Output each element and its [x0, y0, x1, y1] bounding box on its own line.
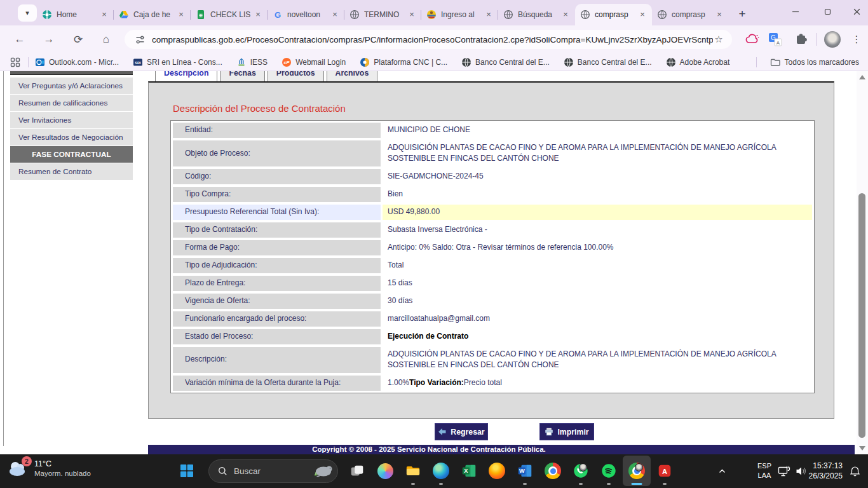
bookmark-label: Banco Central del E... [578, 58, 652, 67]
browser-toolbar: ← → ⟳ ⌂ compraspublicas.gob.ec/ProcesoCo… [0, 25, 868, 53]
process-tab[interactable]: Archivos [327, 71, 378, 82]
bookmark-item[interactable]: Banco Central del E... [564, 57, 652, 67]
table-row: Plazo de Entrega:15 dias [173, 276, 812, 291]
browser-tab[interactable]: comprasp× [575, 4, 652, 25]
file-explorer-taskbar-button[interactable] [399, 456, 427, 486]
bookmark-star-icon[interactable]: ☆ [713, 34, 724, 45]
word-taskbar-button[interactable]: W [511, 456, 539, 486]
taskbar-search[interactable]: Buscar [208, 459, 338, 483]
scroll-up-arrow-icon[interactable] [859, 75, 865, 79]
scroll-down-arrow-icon[interactable] [859, 446, 865, 451]
back-button[interactable]: ← [10, 30, 29, 49]
row-value: SIE-GADMCHONE-2024-45 [383, 169, 812, 184]
edge-taskbar-button[interactable] [427, 456, 455, 486]
imprimir-button[interactable]: Imprimir [539, 423, 594, 440]
google-sheets-icon [196, 10, 206, 20]
tray-time: 15:37:13 [809, 461, 843, 471]
volume-icon[interactable] [795, 465, 807, 480]
bookmarks-separator [28, 57, 29, 67]
browser-tab[interactable]: Gnoveltoon× [268, 4, 344, 25]
browser-tab[interactable]: CHECK LIS× [191, 4, 268, 25]
bookmark-item[interactable]: Banco Central del E... [461, 57, 550, 67]
bookmark-item[interactable]: IESS [236, 57, 268, 67]
tab-close-icon[interactable]: × [407, 10, 416, 19]
chrome-taskbar-button[interactable] [539, 456, 567, 486]
apps-grid-icon[interactable] [10, 57, 20, 67]
bookmark-item[interactable]: cPWebmail Login [281, 57, 346, 67]
bookmark-item[interactable]: Outlook.com - Micr... [35, 57, 119, 67]
tab-close-icon[interactable]: × [177, 10, 186, 19]
running-indicator [523, 483, 527, 485]
process-tab[interactable]: Descripción [155, 71, 217, 82]
sidebar-item[interactable]: Ver Invitaciones [10, 112, 133, 128]
page-scrollbar[interactable] [857, 71, 868, 454]
windows-logo-icon [180, 464, 194, 478]
tab-search-button[interactable]: ▾ [18, 4, 37, 22]
start-button[interactable] [173, 456, 201, 486]
copilot-taskbar-button[interactable] [371, 456, 399, 486]
extensions-puzzle-icon[interactable] [793, 32, 808, 47]
acrobat-taskbar-button[interactable]: A [651, 456, 679, 486]
browser-tab[interactable]: comprasp× [652, 4, 729, 25]
network-icon[interactable] [778, 465, 790, 480]
window-close-button[interactable] [844, 0, 868, 23]
forward-button[interactable]: → [39, 30, 58, 49]
tab-title: comprasp [672, 10, 715, 19]
new-tab-button[interactable]: + [734, 6, 750, 23]
chrome-taskbar-button[interactable] [623, 456, 651, 486]
tray-chevron-button[interactable] [708, 456, 736, 486]
excel-taskbar-button[interactable]: X [455, 456, 483, 486]
browser-tab[interactable]: Caja de he× [114, 4, 191, 25]
whatsapp-taskbar-button[interactable] [567, 456, 595, 486]
browser-tab[interactable]: Búsqueda× [498, 4, 575, 25]
globe-icon [657, 10, 667, 20]
folder-icon [770, 57, 780, 67]
language-line2: LAA [757, 471, 771, 480]
sidebar-item[interactable]: Resumen de Contrato [10, 163, 133, 180]
bookmark-item[interactable]: SRISRI en Línea - Cons... [133, 57, 222, 67]
task-view-taskbar-button[interactable] [343, 456, 371, 486]
running-indicator [579, 483, 583, 485]
clock[interactable]: 15:37:13 26/3/2025 [809, 461, 843, 481]
profile-avatar[interactable] [824, 31, 841, 48]
address-bar[interactable]: compraspublicas.gob.ec/ProcesoContrataci… [125, 30, 732, 49]
tab-close-icon[interactable]: × [561, 10, 570, 19]
browser-menu-button[interactable]: ⋮ [851, 31, 862, 48]
bookmark-item[interactable]: Plataforma CNC | C... [360, 57, 447, 67]
tab-close-icon[interactable]: × [638, 10, 647, 19]
process-tab[interactable]: Fechas [220, 71, 264, 82]
all-bookmarks-label: Todos los marcadores [785, 58, 859, 67]
firefox-taskbar-button[interactable] [483, 456, 511, 486]
notification-bell-icon[interactable] [850, 466, 860, 480]
bookmark-item[interactable]: Adobe Acrobat [666, 57, 730, 67]
weather-widget[interactable]: 2 11°C Mayorm. nublado [6, 458, 91, 478]
tab-close-icon[interactable]: × [330, 10, 339, 19]
translate-icon[interactable]: GA [768, 32, 783, 47]
browser-tab[interactable]: Ingreso al× [421, 4, 498, 25]
sidebar-item[interactable]: Ver Resultados de Negociación [10, 129, 133, 146]
window-maximize-button[interactable] [815, 0, 840, 23]
language-indicator[interactable]: ESP LAA [757, 461, 771, 480]
weather-extension-icon[interactable] [745, 32, 760, 47]
scrollbar-thumb[interactable] [858, 193, 865, 438]
spotify-taskbar-button[interactable] [595, 456, 623, 486]
sidebar-item[interactable]: Ver Preguntas y/ó Aclaraciones [10, 78, 133, 94]
globe-icon [580, 10, 590, 20]
url-text: compraspublicas.gob.ec/ProcesoContrataci… [152, 35, 713, 44]
home-button[interactable]: ⌂ [97, 30, 116, 49]
process-tab[interactable]: Productos [268, 71, 324, 82]
all-bookmarks-button[interactable]: Todos los marcadores [770, 57, 859, 67]
reload-button[interactable]: ⟳ [69, 30, 88, 49]
firefox-icon [489, 463, 505, 479]
sidebar-item[interactable]: Resumen de calificaciones [10, 95, 133, 111]
tab-close-icon[interactable]: × [100, 10, 109, 19]
search-highlight-image[interactable] [311, 463, 334, 480]
browser-tab[interactable]: Home× [37, 4, 114, 25]
tab-close-icon[interactable]: × [484, 10, 493, 19]
tab-close-icon[interactable]: × [715, 10, 724, 19]
tab-close-icon[interactable]: × [254, 10, 262, 19]
regresar-button[interactable]: Regresar [435, 423, 488, 440]
browser-tab[interactable]: TERMINO× [344, 4, 421, 25]
window-minimize-button[interactable] [783, 0, 808, 23]
bookmark-label: Adobe Acrobat [680, 58, 730, 67]
